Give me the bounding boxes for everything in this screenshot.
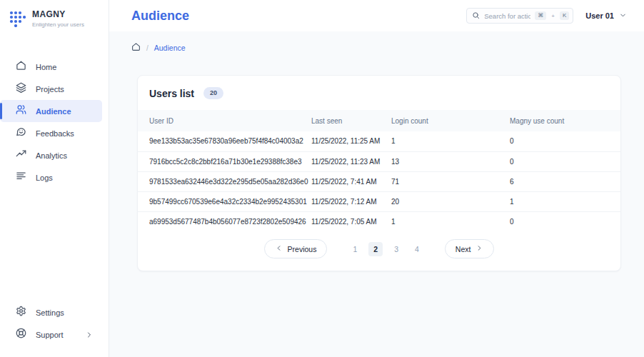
chevron-right-icon — [476, 244, 483, 253]
gear-icon — [16, 306, 26, 319]
app-window: MAGNY Enlighten your users Home — [0, 0, 644, 357]
topbar: Audience ⌘ + K User 01 — [109, 0, 644, 31]
cell-login-count: 1 — [391, 211, 510, 231]
brand-tagline: Enlighten your users — [32, 21, 84, 28]
sidebar: MAGNY Enlighten your users Home — [0, 0, 109, 357]
cell-last-seen: 11/25/2022, 11:25 AM — [311, 131, 391, 151]
sidebar-item-feedbacks[interactable]: Feedbacks — [0, 122, 102, 144]
breadcrumb-current[interactable]: Audience — [154, 44, 186, 52]
magny-dots-logo-icon — [9, 10, 26, 30]
next-page-label: Next — [456, 245, 471, 253]
table-row[interactable]: 9ee133b53ac35e67830a96eeb75f4f84c04003a2… — [138, 131, 620, 151]
breadcrumb: / Audience — [109, 31, 644, 54]
sidebar-item-label: Logs — [36, 174, 53, 182]
chevron-down-icon — [619, 9, 627, 22]
page-title: Audience — [131, 9, 189, 24]
search-box[interactable]: ⌘ + K — [466, 8, 573, 24]
trending-up-icon — [16, 149, 26, 162]
cell-last-seen: 11/25/2022, 7:41 AM — [311, 171, 391, 191]
sidebar-item-label: Support — [36, 331, 64, 339]
page-number-2-active[interactable]: 2 — [368, 242, 383, 256]
column-header-last-seen: Last seen — [311, 110, 391, 131]
brand-name: MAGNY — [32, 9, 84, 19]
cell-user-id: a69953d5677487b4b056077e8723f2802e509426 — [138, 211, 311, 231]
lines-icon — [16, 171, 26, 184]
cell-login-count: 20 — [391, 191, 510, 211]
previous-page-button[interactable]: Previous — [264, 239, 328, 258]
kbd-plus-text: + — [551, 13, 555, 19]
cell-login-count: 13 — [391, 151, 510, 171]
table-row[interactable]: a69953d5677487b4b056077e8723f2802e509426… — [138, 211, 620, 231]
pagination: Previous 1 2 3 4 Next — [138, 231, 620, 271]
main-area: Audience ⌘ + K User 01 — [109, 0, 644, 357]
breadcrumb-home-icon[interactable] — [131, 41, 141, 54]
users-list-card: Users list 20 User ID Last seen Login co… — [137, 75, 621, 271]
cell-login-count: 1 — [391, 131, 510, 151]
table-row[interactable]: 7916bcc5c2c8c2bbf216a71b30e1e29388fc38e3… — [138, 151, 620, 171]
cell-user-id: 9781533ea632446e3d322e295d5e05aa282d36e0 — [138, 171, 311, 191]
life-buoy-icon — [16, 328, 26, 341]
column-header-magny-use-count: Magny use count — [510, 110, 620, 131]
sidebar-item-label: Settings — [36, 308, 64, 317]
cell-user-id: 9b57499cc670539e6e4a32c2334b2e9952435301 — [138, 191, 311, 211]
user-menu-label: User 01 — [585, 11, 614, 20]
sidebar-item-label: Projects — [36, 85, 64, 94]
page-number-1[interactable]: 1 — [348, 242, 362, 256]
layers-icon — [16, 82, 26, 96]
search-input[interactable] — [484, 12, 530, 20]
table-row[interactable]: 9b57499cc670539e6e4a32c2334b2e9952435301… — [138, 191, 620, 211]
kbd-cmd-badge: ⌘ — [535, 11, 546, 20]
cell-magny-use-count: 6 — [510, 171, 620, 191]
cell-magny-use-count: 0 — [510, 211, 620, 231]
users-count-badge: 20 — [203, 87, 223, 99]
page-number-4[interactable]: 4 — [410, 242, 424, 256]
cell-user-id: 9ee133b53ac35e67830a96eeb75f4f84c04003a2 — [138, 131, 311, 151]
sidebar-item-home[interactable]: Home — [0, 56, 102, 78]
users-table: User ID Last seen Login count Magny use … — [138, 110, 620, 231]
cell-login-count: 71 — [391, 171, 510, 191]
sidebar-footer: Settings Support — [0, 301, 109, 357]
brand-logo: MAGNY Enlighten your users — [0, 0, 109, 37]
table-row[interactable]: 9781533ea632446e3d322e295d5e05aa282d36e0… — [138, 171, 620, 191]
previous-page-label: Previous — [288, 245, 317, 253]
column-header-login-count: Login count — [391, 110, 510, 131]
sidebar-item-logs[interactable]: Logs — [0, 166, 102, 188]
users-icon — [16, 104, 26, 118]
cell-magny-use-count: 1 — [510, 191, 620, 211]
sidebar-item-label: Feedbacks — [36, 129, 74, 138]
sidebar-item-audience[interactable]: Audience — [0, 100, 102, 122]
feedback-smiley-icon — [16, 126, 26, 140]
user-menu[interactable]: User 01 — [585, 9, 627, 22]
chevron-left-icon — [275, 244, 283, 253]
cell-last-seen: 11/25/2022, 7:12 AM — [311, 191, 391, 211]
column-header-user-id: User ID — [138, 110, 311, 131]
sidebar-item-support[interactable]: Support — [0, 323, 102, 346]
sidebar-item-analytics[interactable]: Analytics — [0, 144, 102, 166]
chevron-right-icon — [85, 331, 94, 339]
card-title: Users list — [149, 88, 194, 99]
sidebar-item-projects[interactable]: Projects — [0, 78, 102, 100]
cell-last-seen: 11/25/2022, 11:23 AM — [311, 151, 391, 171]
sidebar-item-settings[interactable]: Settings — [0, 301, 102, 323]
cell-last-seen: 11/25/2022, 7:05 AM — [311, 211, 391, 231]
cell-magny-use-count: 0 — [510, 151, 620, 171]
cell-magny-use-count: 0 — [510, 131, 620, 151]
page-number-3[interactable]: 3 — [389, 242, 403, 256]
sidebar-nav: Home Projects Audience — [0, 56, 109, 188]
sidebar-item-label: Audience — [36, 107, 71, 116]
sidebar-item-label: Analytics — [36, 151, 67, 160]
kbd-k-badge: K — [560, 11, 569, 20]
breadcrumb-separator: / — [146, 44, 149, 52]
sidebar-item-label: Home — [36, 63, 56, 71]
content-area: / Audience Users list 20 User ID Last se… — [109, 31, 644, 357]
table-header-row: User ID Last seen Login count Magny use … — [138, 110, 620, 131]
cell-user-id: 7916bcc5c2c8c2bbf216a71b30e1e29388fc38e3 — [138, 151, 311, 171]
page-number-list: 1 2 3 4 — [348, 242, 423, 256]
next-page-button[interactable]: Next — [445, 239, 495, 258]
home-icon — [16, 60, 26, 74]
search-icon — [472, 9, 480, 22]
